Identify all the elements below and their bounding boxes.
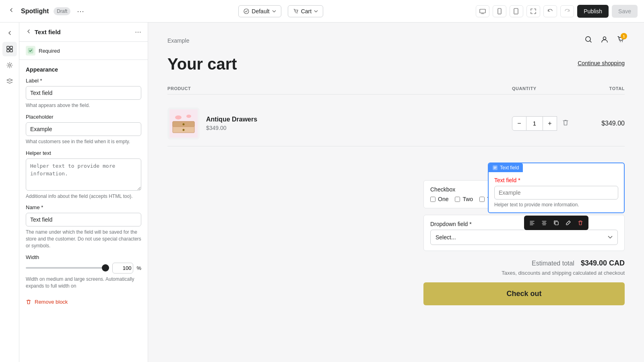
properties-panel: Text field ⋯ Required Appearance Label *… — [19, 23, 148, 362]
toolbar-copy-button[interactable] — [551, 217, 562, 228]
required-icon — [26, 46, 35, 56]
widget-label-bar: Text field — [489, 163, 523, 172]
devices-desktop-button[interactable] — [476, 5, 489, 17]
checkbox-two-label: Two — [462, 196, 473, 202]
example-label: Example — [167, 37, 189, 44]
label-hint: What appears above the field. — [26, 102, 141, 109]
sidebar-sections-button[interactable] — [2, 42, 17, 56]
toolbar-align-center-button[interactable] — [539, 217, 550, 228]
undo-button[interactable] — [543, 5, 557, 17]
topbar-center: Default Cart — [238, 5, 323, 17]
name-input[interactable] — [26, 213, 141, 226]
helper-text-label: Helper text — [26, 150, 141, 156]
sidebar-layers-button[interactable] — [2, 74, 17, 88]
svg-point-7 — [516, 13, 516, 13]
sidebar-settings-button[interactable] — [2, 58, 17, 72]
redo-button[interactable] — [560, 5, 574, 17]
search-icon-button[interactable] — [584, 35, 592, 45]
svg-point-0 — [244, 9, 249, 14]
label-field-label: Label * — [26, 78, 141, 84]
estimated-label: Estimated total — [532, 260, 574, 267]
svg-rect-10 — [7, 49, 9, 52]
text-field-widget: Text field Text field * Helper text to p… — [488, 162, 625, 213]
checkbox-one[interactable]: One — [430, 196, 448, 202]
name-field-group: Name * The name under which the field wi… — [26, 204, 141, 249]
preview-area: Example 1 Your cart Continue shopping PR… — [148, 23, 644, 362]
svg-point-1 — [296, 12, 297, 13]
quantity-increase-button[interactable]: + — [543, 116, 557, 131]
topbar-right: Publish Save — [476, 5, 638, 18]
delete-item-button[interactable] — [562, 119, 569, 128]
placeholder-input[interactable] — [26, 122, 141, 136]
publish-button[interactable]: Publish — [577, 5, 609, 18]
panel-back-button[interactable] — [26, 29, 31, 36]
checkout-button[interactable]: Check out — [423, 282, 625, 305]
panel-more-button[interactable]: ⋯ — [135, 28, 141, 36]
placeholder-field-group: Placeholder What customers see in the fi… — [26, 114, 141, 145]
svg-point-16 — [620, 41, 621, 42]
default-select[interactable]: Default — [238, 5, 281, 17]
helper-text-input[interactable]: Helper text to provide more information. — [26, 158, 141, 191]
checkbox-one-input[interactable] — [430, 197, 436, 202]
devices-tablet-button[interactable] — [510, 5, 523, 17]
icon-sidebar — [0, 23, 19, 362]
more-options-button[interactable]: ⋯ — [75, 5, 86, 17]
placeholder-label: Placeholder — [26, 114, 141, 120]
preview-icons: 1 — [584, 35, 625, 45]
main-layout: Text field ⋯ Required Appearance Label *… — [0, 23, 644, 362]
sidebar-back-button[interactable] — [2, 26, 17, 40]
quantity-decrease-button[interactable]: − — [512, 116, 526, 131]
app-title: Spotlight — [21, 8, 49, 15]
checkbox-options-row: One Two Three — [430, 196, 488, 202]
preview-header: Example 1 — [167, 35, 625, 45]
widget-badge-label: Text field — [500, 165, 519, 171]
width-slider[interactable] — [26, 267, 109, 269]
default-label: Default — [252, 8, 269, 14]
helper-text-field-group: Helper text Helper text to provide more … — [26, 150, 141, 200]
panel-required-row: Required — [19, 42, 148, 60]
toolbar-edit-button[interactable] — [563, 217, 574, 228]
cart-select[interactable]: Cart — [288, 5, 323, 17]
back-button[interactable] — [6, 5, 16, 17]
fullscreen-button[interactable] — [526, 5, 540, 17]
cart-icon-button[interactable]: 1 — [617, 35, 625, 45]
widget-body: Text field * Helper text to provide more… — [489, 172, 624, 212]
toolbar-delete-button[interactable] — [575, 217, 586, 228]
checkbox-three-input[interactable] — [479, 197, 485, 202]
label-input[interactable] — [26, 86, 141, 100]
widget-field-input[interactable] — [494, 186, 618, 200]
estimated-value: $349.00 CAD — [581, 259, 625, 267]
toolbar-align-left-button[interactable] — [526, 217, 538, 228]
width-value-input[interactable] — [112, 263, 133, 274]
remove-block-button[interactable]: Remove block — [26, 296, 141, 308]
panel-header: Text field ⋯ — [19, 23, 148, 42]
width-label: Width — [26, 254, 141, 260]
svg-rect-11 — [10, 49, 12, 52]
widget-field-label-text: Text field — [494, 177, 516, 183]
continue-shopping-link[interactable]: Continue shopping — [578, 55, 625, 66]
cart-item: Antique Drawers $349.00 − 1 + $349.00 — [167, 101, 625, 146]
cart-table-header: PRODUCT QUANTITY TOTAL — [167, 83, 625, 95]
appearance-title: Appearance — [26, 66, 141, 73]
save-button[interactable]: Save — [612, 5, 638, 18]
product-image — [167, 107, 200, 140]
cart-title-row: Your cart Continue shopping — [167, 55, 625, 73]
cart-title: Your cart — [167, 55, 237, 73]
dropdown-select[interactable]: Select... — [430, 230, 618, 245]
devices-mobile-button[interactable] — [493, 5, 506, 17]
cart-label: Cart — [301, 8, 312, 14]
draft-badge: Draft — [54, 7, 70, 15]
svg-rect-8 — [7, 46, 9, 49]
name-hint: The name under which the field will be s… — [26, 229, 141, 249]
account-icon-button[interactable] — [601, 35, 609, 45]
checkbox-two[interactable]: Two — [455, 196, 473, 202]
checkbox-two-input[interactable] — [455, 197, 460, 202]
product-name: Antique Drawers — [206, 116, 512, 123]
svg-point-12 — [8, 64, 10, 66]
svg-point-24 — [186, 115, 191, 118]
item-total: $349.00 — [584, 120, 625, 127]
product-info: Antique Drawers $349.00 — [206, 116, 512, 131]
estimated-total-row: Estimated total $349.00 CAD — [423, 259, 625, 267]
svg-rect-3 — [480, 9, 485, 13]
widget-field-label: Text field * — [494, 177, 618, 183]
